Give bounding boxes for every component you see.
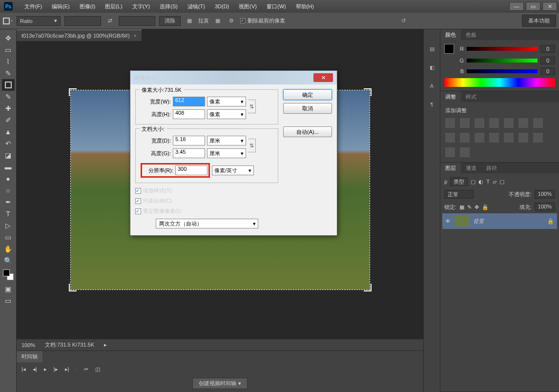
menu-select[interactable]: 选择(S) (155, 3, 183, 10)
balance-icon[interactable] (533, 118, 543, 128)
doc-width-input[interactable]: 5.18 (173, 136, 205, 145)
clear-button[interactable]: 清除 (159, 16, 181, 26)
eyedropper-tool[interactable]: ✎ (2, 91, 15, 103)
posterize-icon[interactable] (518, 133, 528, 143)
status-arrow-icon[interactable]: ▸ (104, 342, 107, 348)
zoom-level[interactable]: 100% (21, 342, 35, 348)
maximize-button[interactable]: ▭ (526, 2, 540, 11)
vibrance-icon[interactable] (504, 118, 514, 128)
lock-all-icon[interactable]: 🔒 (482, 204, 489, 210)
doc-height-unit-select[interactable]: 厘米 (207, 148, 246, 158)
filter-smart-icon[interactable]: ▢ (499, 179, 504, 185)
r-value[interactable]: 0 (540, 45, 555, 53)
workspace-button[interactable]: 基本功能 (522, 15, 556, 27)
menu-view[interactable]: 视图(V) (234, 3, 262, 10)
close-tab-icon[interactable]: × (134, 33, 137, 39)
swap-icon[interactable]: ⇄ (105, 16, 115, 26)
crop-tool[interactable] (2, 79, 15, 91)
channel-mixer-icon[interactable] (475, 133, 484, 143)
minimize-button[interactable]: — (509, 2, 524, 11)
styles-tab[interactable]: 样式 (461, 91, 481, 102)
width-input[interactable]: 612 (173, 97, 205, 106)
eraser-tool[interactable]: ◪ (2, 149, 15, 161)
filter-type-icon[interactable]: T (486, 179, 490, 185)
filter-shape-icon[interactable]: ▱ (493, 179, 497, 185)
paragraph-icon[interactable]: ¶ (427, 100, 437, 109)
resample-checkbox[interactable]: 重定图像像素(I): (135, 207, 278, 215)
b-value[interactable]: 0 (540, 67, 555, 75)
layers-tab[interactable]: 图层 (440, 163, 461, 173)
auto-button[interactable]: 自动(A)... (283, 126, 332, 137)
color-tab[interactable]: 颜色 (440, 29, 461, 40)
resolution-input[interactable]: 300 (175, 165, 207, 175)
levels-icon[interactable] (460, 118, 470, 128)
type-tool[interactable]: T (2, 208, 15, 220)
layer-kind-select[interactable]: 类型 (450, 177, 468, 186)
photo-filter-icon[interactable] (460, 133, 470, 143)
opacity-input[interactable]: 100% (535, 190, 555, 199)
marquee-tool[interactable]: ▭ (2, 44, 15, 56)
pen-tool[interactable]: ✒ (2, 196, 15, 208)
g-slider[interactable] (467, 59, 538, 62)
paths-tab[interactable]: 路径 (481, 163, 502, 173)
height-unit-select[interactable]: 像素 (207, 109, 246, 119)
lasso-tool[interactable]: ⌇ (2, 56, 15, 67)
shape-tool[interactable]: ▭ (2, 231, 15, 243)
move-tool[interactable]: ✥ (2, 32, 15, 44)
tl-prev-icon[interactable]: ◂| (33, 366, 37, 372)
spectrum-bar[interactable] (444, 78, 555, 87)
r-slider[interactable] (467, 47, 538, 51)
lock-trans-icon[interactable]: ▦ (459, 204, 464, 210)
tl-last-icon[interactable]: ▸| (65, 366, 69, 372)
dodge-tool[interactable]: ○ (2, 185, 15, 196)
width-unit-select[interactable]: 像素 (207, 97, 246, 106)
tl-next-icon[interactable]: |▸ (54, 366, 58, 372)
doc-height-input[interactable]: 3.45 (173, 148, 205, 158)
dialog-close-button[interactable]: ✕ (313, 73, 333, 82)
visibility-icon[interactable]: 👁 (445, 218, 451, 224)
layer-thumbnail[interactable] (455, 216, 469, 227)
quick-select-tool[interactable]: ✎ (2, 67, 15, 79)
crop-width-input[interactable] (64, 16, 101, 26)
crop-handle-tr[interactable] (364, 88, 372, 96)
tl-first-icon[interactable]: |◂ (21, 366, 26, 372)
heal-tool[interactable]: ✚ (2, 103, 15, 114)
lookup-icon[interactable] (489, 133, 499, 143)
link-doc-icon[interactable]: ⇅ (248, 139, 256, 152)
path-tool[interactable]: ▷ (2, 220, 15, 231)
menu-3d[interactable]: 3D(D) (210, 3, 234, 9)
quick-mask-tool[interactable]: ▣ (2, 283, 15, 295)
resolution-unit-select[interactable]: 像素/英寸 (212, 165, 254, 175)
fg-swatch[interactable] (444, 44, 454, 54)
ratio-select[interactable]: Ratio▾ (17, 16, 61, 26)
crop-handle-tl[interactable] (69, 88, 77, 96)
grid-icon[interactable]: ▦ (213, 16, 223, 26)
swatches-tab[interactable]: 色板 (461, 29, 481, 40)
reset-icon[interactable]: ↺ (399, 16, 409, 26)
screen-mode-tool[interactable]: ▭ (2, 295, 15, 307)
threshold-icon[interactable] (533, 133, 543, 143)
channels-tab[interactable]: 通道 (461, 163, 481, 173)
gear-icon[interactable]: ⚙ (227, 16, 236, 26)
properties-icon[interactable]: ◧ (427, 62, 437, 72)
color-swatches[interactable] (3, 269, 14, 280)
crop-handle-br[interactable] (364, 284, 372, 291)
brush-tool[interactable]: ✐ (2, 114, 15, 126)
layer-filter-icon[interactable]: ρ (444, 179, 447, 185)
constrain-checkbox[interactable]: 约束比例(C) (135, 197, 278, 205)
menu-layer[interactable]: 图层(L) (100, 3, 127, 10)
resample-method-select[interactable]: 两次立方（自动） (156, 219, 258, 228)
brightness-icon[interactable] (445, 118, 455, 128)
crop-handle-bl[interactable] (69, 284, 77, 291)
menu-file[interactable]: 文件(F) (20, 3, 47, 10)
b-slider[interactable] (467, 69, 538, 73)
curves-icon[interactable] (475, 118, 484, 128)
scale-styles-checkbox[interactable]: 缩放样式(Y) (135, 187, 278, 194)
create-timeline-button[interactable]: 创建视频时间轴 ▾ (192, 378, 247, 389)
ok-button[interactable]: 确定 (283, 89, 332, 100)
stamp-tool[interactable]: ▲ (2, 126, 15, 138)
tl-cut-icon[interactable]: ✂ (84, 366, 88, 372)
menu-window[interactable]: 窗口(W) (262, 3, 291, 10)
layer-row-background[interactable]: 👁 背景 🔒 (442, 213, 557, 229)
crop-tool-icon[interactable]: ▾ (3, 16, 13, 26)
